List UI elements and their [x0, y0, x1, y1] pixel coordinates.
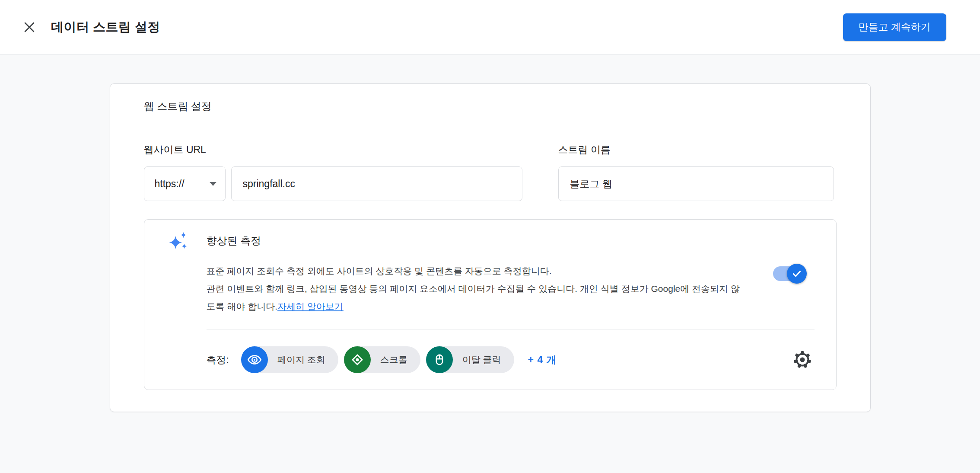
- chip-label: 스크롤: [380, 354, 407, 366]
- measure-label: 측정:: [207, 353, 229, 367]
- check-icon: [791, 268, 803, 280]
- description-line-3-text: 도록 해야 합니다.: [207, 301, 278, 311]
- stream-name-field-group: 스트림 이름: [558, 143, 834, 201]
- enhanced-measurement-description: 표준 페이지 조회수 측정 외에도 사이트의 상호작용 및 콘텐츠를 자동으로 …: [207, 262, 768, 315]
- enhanced-measurement-toggle[interactable]: [773, 266, 805, 281]
- chip-label: 페이지 조회: [277, 354, 325, 366]
- eye-icon: [241, 346, 268, 373]
- website-url-label: 웹사이트 URL: [144, 143, 522, 157]
- dialog-header: 데이터 스트림 설정 만들고 계속하기: [0, 0, 980, 54]
- web-stream-card: 웹 스트림 설정 웹사이트 URL https:// 스트림 이름: [110, 83, 871, 412]
- close-icon: [22, 20, 36, 34]
- chip-outbound-click[interactable]: 이탈 클릭: [426, 346, 514, 373]
- description-line-1: 표준 페이지 조회수 측정 외에도 사이트의 상호작용 및 콘텐츠를 자동으로 …: [207, 262, 768, 280]
- chip-scroll[interactable]: 스크롤: [344, 346, 420, 373]
- close-button[interactable]: [16, 13, 43, 41]
- chevron-down-icon: [210, 182, 216, 186]
- protocol-selected-value: https://: [155, 178, 185, 190]
- card-body: 웹사이트 URL https:// 스트림 이름: [110, 129, 870, 412]
- protocol-select[interactable]: https://: [144, 166, 226, 201]
- page-title: 데이터 스트림 설정: [51, 19, 160, 36]
- chip-label: 이탈 클릭: [462, 354, 501, 366]
- enhanced-measurement-title: 향상된 측정: [207, 234, 261, 248]
- website-url-input[interactable]: [231, 166, 522, 201]
- toggle-thumb: [787, 264, 807, 284]
- description-line-3: 도록 해야 합니다.자세히 알아보기: [207, 297, 768, 315]
- sparkle-icon: [169, 231, 188, 251]
- measurement-settings-button[interactable]: [792, 349, 813, 370]
- website-url-field-group: 웹사이트 URL https://: [144, 143, 522, 201]
- scroll-icon: [344, 346, 371, 373]
- chip-page-view[interactable]: 페이지 조회: [241, 346, 338, 373]
- enhanced-measurement-section: 향상된 측정 표준 페이지 조회수 측정 외에도 사이트의 상호작용 및 콘텐츠…: [144, 219, 837, 390]
- card-title: 웹 스트림 설정: [110, 84, 870, 129]
- gear-icon: [792, 349, 813, 370]
- divider: [207, 329, 815, 329]
- dialog-body: 웹 스트림 설정 웹사이트 URL https:// 스트림 이름: [0, 54, 980, 412]
- stream-name-label: 스트림 이름: [558, 143, 834, 157]
- learn-more-link[interactable]: 자세히 알아보기: [277, 301, 344, 311]
- stream-form-row: 웹사이트 URL https:// 스트림 이름: [144, 143, 837, 201]
- stream-name-input[interactable]: [558, 166, 834, 201]
- show-more-link[interactable]: + 4 개: [528, 353, 557, 367]
- description-line-2: 관련 이벤트와 함께 링크, 삽입된 동영상 등의 페이지 요소에서 데이터가 …: [207, 280, 768, 297]
- measurement-row: 측정: 페: [207, 346, 815, 373]
- create-and-continue-button[interactable]: 만들고 계속하기: [843, 13, 946, 41]
- mouse-icon: [426, 346, 453, 373]
